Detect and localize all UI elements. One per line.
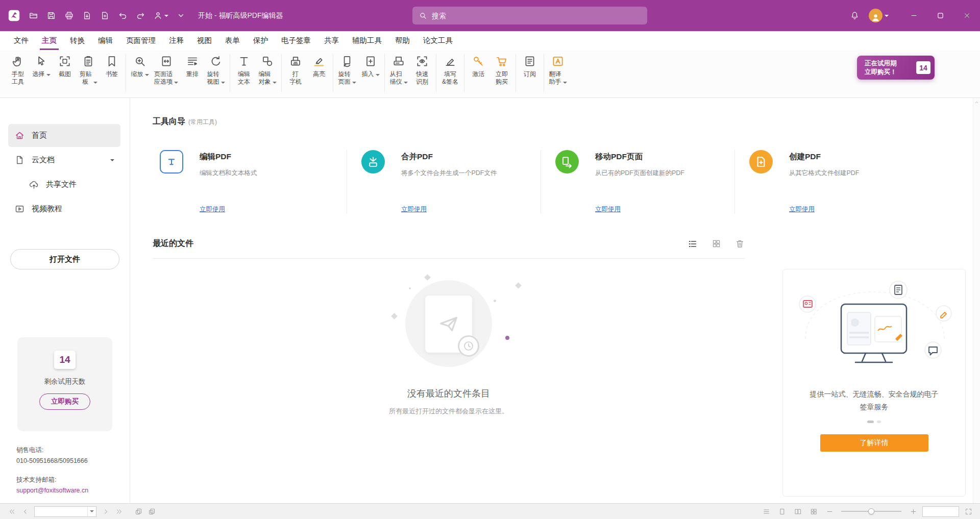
ribbon-tool-hand-tool[interactable]: 手型 工具 <box>6 54 30 87</box>
ribbon-tool-select[interactable]: 选择 <box>30 54 53 79</box>
trial-buy-badge[interactable]: 正在试用期 立即购买！ 14 <box>857 56 935 80</box>
first-page-button[interactable] <box>5 505 18 517</box>
zoom-level-input[interactable] <box>922 506 959 517</box>
menu-file[interactable]: 文件 <box>7 31 35 50</box>
reading-mode-button[interactable] <box>760 505 773 517</box>
minimize-button[interactable] <box>900 0 927 31</box>
menu-page-management[interactable]: 页面管理 <box>119 31 162 50</box>
card-move-pdf-pages[interactable]: 移动PDF页面 从已有的PDF页面创建新的PDF 立即使用 <box>541 150 734 214</box>
zoom-slider-thumb[interactable] <box>868 508 874 514</box>
print-button[interactable] <box>60 7 78 24</box>
chevron-down-icon[interactable] <box>110 159 114 161</box>
last-page-button[interactable] <box>112 505 126 517</box>
menu-form[interactable]: 表单 <box>218 31 247 50</box>
ribbon-tool-from-scanner[interactable]: 从扫 描仪 <box>387 54 410 87</box>
sidebar-item-shared-files[interactable]: 共享文件 <box>8 173 120 196</box>
ribbon-tool-typewriter[interactable]: 打 字机 <box>284 54 307 87</box>
ribbon-tool-fill-sign[interactable]: 填写 &签名 <box>438 54 462 87</box>
ribbon-tool-edit-object[interactable]: 编辑 对象 <box>256 54 279 87</box>
card-merge-pdf[interactable]: 合并PDF 将多个文件合并生成一个PDF文件 立即使用 <box>347 150 541 214</box>
menu-protect[interactable]: 保护 <box>247 31 275 50</box>
ribbon-tool-edit-text[interactable]: 编辑 文本 <box>232 54 256 87</box>
menu-edit[interactable]: 编辑 <box>91 31 119 50</box>
use-now-link[interactable]: 立即使用 <box>789 205 815 214</box>
ribbon-tool-buy-now[interactable]: 立即 购买 <box>490 54 513 87</box>
use-now-link[interactable]: 立即使用 <box>401 205 427 214</box>
scrollbar[interactable] <box>973 98 980 503</box>
sidebar-item-home[interactable]: 首页 <box>8 124 120 147</box>
carousel-dot[interactable] <box>877 421 881 423</box>
fullscreen-button[interactable] <box>962 505 975 517</box>
search-bar[interactable] <box>412 7 647 24</box>
menu-paper-tools[interactable]: 论文工具 <box>416 31 459 50</box>
ribbon-tool-snapshot[interactable]: 截图 <box>53 54 77 79</box>
ribbon-tool-zoom[interactable]: 缩放 <box>128 54 152 79</box>
chevron-down-icon <box>885 15 889 17</box>
previous-view-button[interactable] <box>132 505 145 517</box>
redo-button[interactable] <box>132 7 150 24</box>
grid-view-button[interactable] <box>711 239 721 249</box>
ribbon-tool-fit-options[interactable]: 页面适 应选项 <box>152 54 181 87</box>
open-file-button[interactable] <box>24 7 42 24</box>
menu-comment[interactable]: 注释 <box>162 31 190 50</box>
buy-now-button[interactable]: 立即购买 <box>39 393 90 410</box>
prev-page-button[interactable] <box>18 505 32 517</box>
notifications-button[interactable] <box>845 0 864 31</box>
menu-accessibility[interactable]: 辅助工具 <box>346 31 388 50</box>
ribbon-tool-highlight[interactable]: 高亮 <box>307 54 331 79</box>
card-create-pdf[interactable]: 创建PDF 从其它格式文件创建PDF 立即使用 <box>734 150 928 214</box>
search-input[interactable] <box>432 12 641 20</box>
sidebar-item-video-tutorials[interactable]: 视频教程 <box>8 197 120 220</box>
ribbon-tool-activate[interactable]: 激活 <box>467 54 490 79</box>
menu-home[interactable]: 主页 <box>35 31 63 50</box>
ribbon-tool-quick-ocr[interactable]: 快速 识别 <box>410 54 434 87</box>
use-now-link[interactable]: 立即使用 <box>595 205 621 214</box>
ribbon-tool-rotate-pages[interactable]: 旋转 页面 <box>335 54 359 87</box>
quad-view-button[interactable] <box>807 505 820 517</box>
account-button[interactable] <box>864 0 893 31</box>
ribbon-tool-bookmark[interactable]: 书签 <box>100 54 124 79</box>
scroll-up-icon[interactable] <box>974 100 979 105</box>
maximize-button[interactable] <box>927 0 953 31</box>
ribbon-tool-clipboard[interactable]: 剪贴 板 <box>77 54 100 87</box>
menu-esign[interactable]: 电子签章 <box>275 31 317 50</box>
close-button[interactable] <box>953 0 980 31</box>
single-page-view-button[interactable] <box>775 505 789 517</box>
page-number-input[interactable] <box>35 507 87 516</box>
ribbon-tool-rotate-view[interactable]: 旋转 视图 <box>204 54 228 87</box>
zoom-slider[interactable] <box>841 511 901 512</box>
undo-button[interactable] <box>114 7 132 24</box>
ribbon-tool-subscribe[interactable]: 订阅 <box>518 54 542 79</box>
support-email-link[interactable]: support@foxitsoftware.cn <box>16 485 88 496</box>
menu-convert[interactable]: 转换 <box>63 31 91 50</box>
folder-open-icon <box>29 11 38 20</box>
next-view-button[interactable] <box>145 505 158 517</box>
next-page-button[interactable] <box>99 505 112 517</box>
menu-share[interactable]: 共享 <box>317 31 346 50</box>
export-pdf-button[interactable] <box>78 7 96 24</box>
protect-button[interactable] <box>150 7 172 24</box>
list-view-button[interactable] <box>688 239 698 249</box>
learn-more-button[interactable]: 了解详情 <box>820 434 928 452</box>
zoom-in-button[interactable] <box>906 505 920 517</box>
card-edit-pdf[interactable]: 编辑PDF 编辑文档和文本格式 立即使用 <box>153 150 347 214</box>
clear-recent-button[interactable] <box>734 239 745 249</box>
ribbon-tool-insert[interactable]: 插入 <box>359 54 382 79</box>
use-now-link[interactable]: 立即使用 <box>200 205 225 214</box>
menu-view[interactable]: 视图 <box>190 31 218 50</box>
open-file-button-sidebar[interactable]: 打开文件 <box>10 249 119 269</box>
create-pdf-button[interactable] <box>96 7 114 24</box>
facing-pages-view-button[interactable] <box>791 505 804 517</box>
carousel-dot[interactable] <box>867 421 874 423</box>
avatar <box>869 9 883 22</box>
ribbon-tool-reflow[interactable]: 重排 <box>181 54 204 79</box>
ribbon-tool-translate-assistant[interactable]: 翻译 助手 <box>546 54 570 87</box>
menu-help[interactable]: 帮助 <box>388 31 416 50</box>
ribbon-tool-label: 旋转 页面 <box>338 70 351 86</box>
save-button[interactable] <box>42 7 60 24</box>
sidebar-item-cloud-docs[interactable]: 云文档 <box>8 149 120 171</box>
zoom-out-button[interactable] <box>823 505 836 517</box>
quick-tools-button[interactable] <box>172 7 190 24</box>
empty-illustration <box>372 270 525 377</box>
page-dropdown-button[interactable] <box>87 507 96 516</box>
